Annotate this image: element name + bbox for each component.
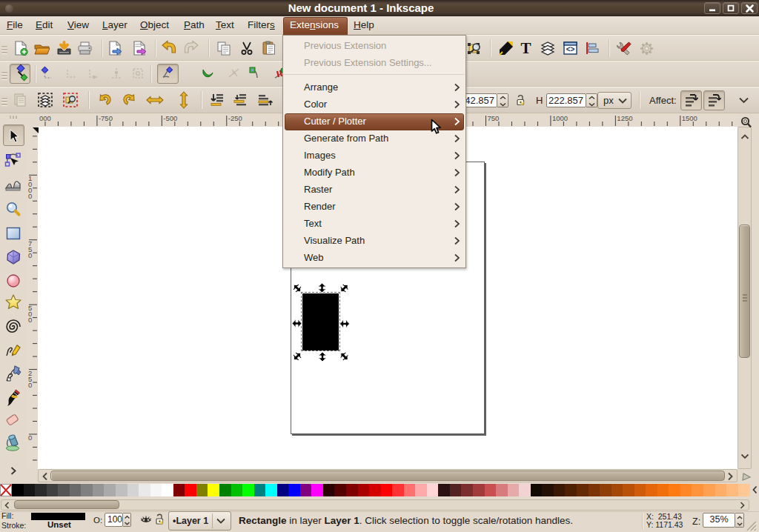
svg-text:<>: <> [566, 45, 574, 53]
svg-text:-250: -250 [228, 114, 242, 122]
svg-text:-500: -500 [163, 114, 177, 122]
svg-text:T: T [520, 39, 531, 57]
svg-text:750: 750 [487, 114, 499, 122]
svg-text:-750: -750 [99, 114, 113, 122]
svg-text:1500: 1500 [682, 114, 697, 122]
svg-text:000: 000 [39, 114, 51, 122]
svg-text:1000: 1000 [552, 114, 568, 122]
svg-text:1250: 1250 [617, 114, 632, 122]
